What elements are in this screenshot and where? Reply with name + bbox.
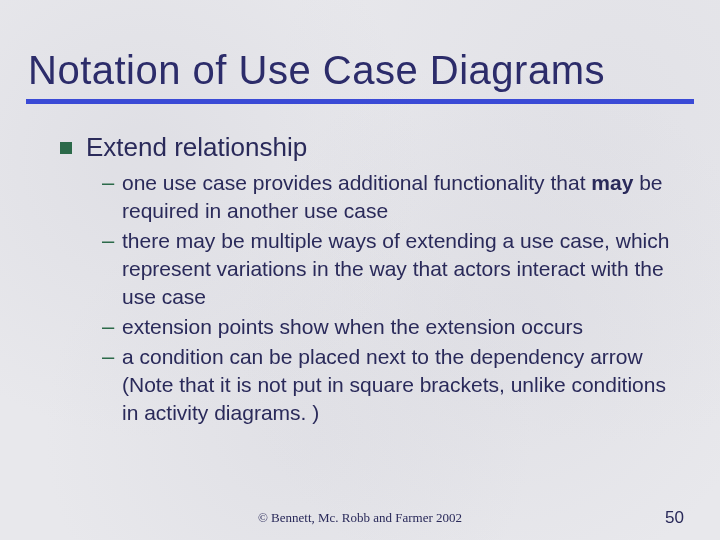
content-area: Extend relationship – one use case provi… [0,104,720,427]
dash-icon: – [102,169,122,197]
sub-bullet-list: – one use case provides additional funct… [60,169,684,427]
sub-bullet-text: there may be multiple ways of extending … [122,227,676,311]
main-bullet-row: Extend relationship [60,132,684,163]
list-item: – there may be multiple ways of extendin… [102,227,676,311]
sub-bullet-text: extension points show when the extension… [122,313,583,341]
square-bullet-icon [60,142,72,154]
sub-bullet-text: a condition can be placed next to the de… [122,343,676,427]
list-item: – a condition can be placed next to the … [102,343,676,427]
list-item: – extension points show when the extensi… [102,313,676,341]
slide-title: Notation of Use Case Diagrams [0,0,720,93]
dash-icon: – [102,227,122,255]
page-number: 50 [665,508,684,528]
main-bullet-text: Extend relationship [86,132,307,163]
sub-bullet-text: one use case provides additional functio… [122,169,676,225]
copyright-footer: © Bennett, Mc. Robb and Farmer 2002 [0,510,720,526]
dash-icon: – [102,343,122,371]
list-item: – one use case provides additional funct… [102,169,676,225]
dash-icon: – [102,313,122,341]
